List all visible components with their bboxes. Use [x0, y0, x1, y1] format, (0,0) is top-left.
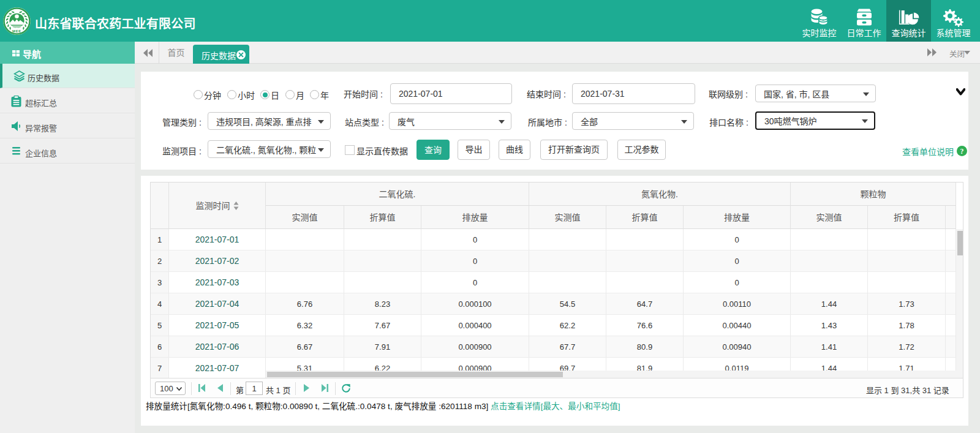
svg-text:?: ? [960, 147, 964, 156]
svg-text:MEE: MEE [12, 29, 21, 33]
